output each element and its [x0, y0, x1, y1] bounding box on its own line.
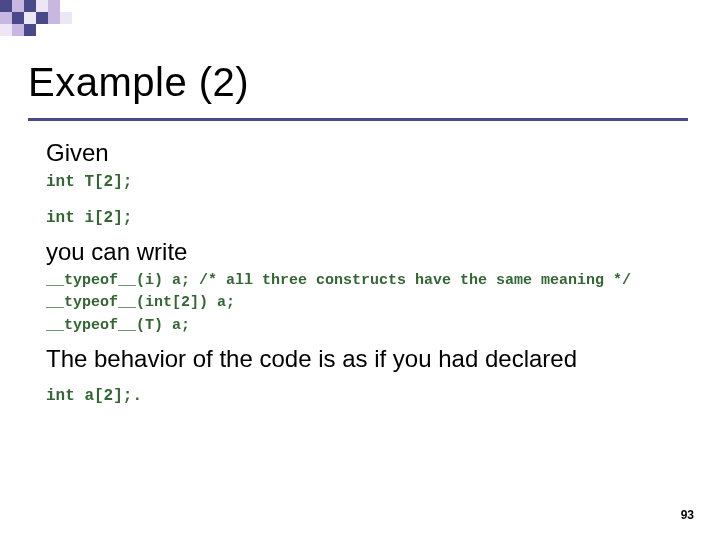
- corner-decoration: [0, 0, 100, 40]
- page-number: 93: [681, 508, 694, 522]
- code-typeof-2: __typeof__(int[2]) a;: [46, 293, 696, 313]
- code-result: int a[2];.: [46, 386, 696, 408]
- text-behavior: The behavior of the code is as if you ha…: [46, 344, 696, 374]
- title-underline: [28, 118, 688, 121]
- code-int-i: int i[2];: [46, 208, 696, 230]
- code-int-t: int T[2];: [46, 172, 696, 194]
- slide-title: Example (2): [28, 60, 249, 105]
- text-given: Given: [46, 138, 696, 168]
- slide: Example (2) Given int T[2]; int i[2]; yo…: [0, 0, 720, 540]
- text-you-can-write: you can write: [46, 237, 696, 267]
- slide-body: Given int T[2]; int i[2]; you can write …: [46, 138, 696, 410]
- code-typeof-1: __typeof__(i) a; /* all three constructs…: [46, 271, 696, 291]
- code-typeof-3: __typeof__(T) a;: [46, 316, 696, 336]
